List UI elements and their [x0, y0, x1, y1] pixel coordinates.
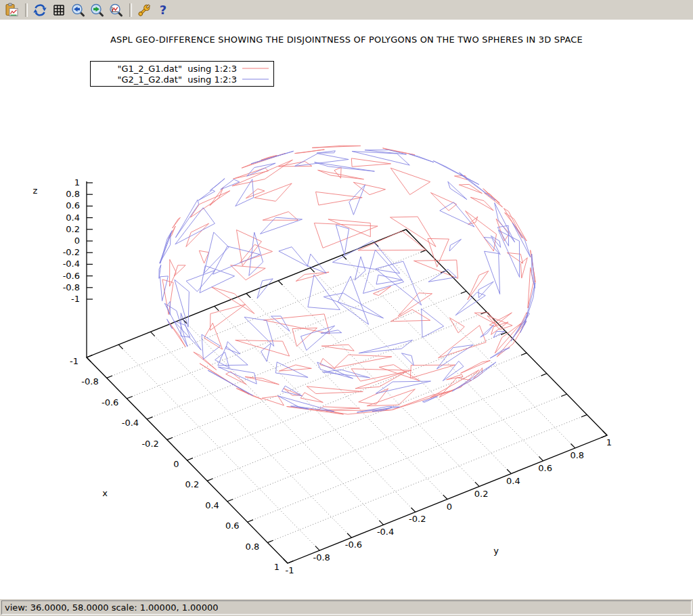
data-polygon: [363, 250, 404, 293]
data-polygon: [390, 168, 430, 194]
y-tick-label: -1: [286, 565, 294, 575]
data-polygon: [174, 265, 185, 276]
help-icon: ?: [156, 3, 171, 18]
zoom-previous-button[interactable]: [69, 1, 87, 19]
data-polygon: [447, 374, 463, 380]
data-polygon: [199, 250, 208, 263]
data-polygon: [439, 378, 472, 397]
x-tick-label: 0.6: [225, 521, 240, 531]
data-polygon: [359, 340, 412, 353]
data-polygon: [466, 211, 497, 252]
data-polygon: [398, 293, 432, 316]
data-polygon: [316, 192, 363, 205]
data-polygon: [422, 309, 444, 337]
data-polygon: [287, 407, 344, 415]
data-polygon: [279, 247, 309, 267]
data-polygon: [231, 265, 266, 280]
x-tick-label: -1: [70, 356, 79, 366]
data-polygon: [218, 367, 256, 384]
y-tick-label: 0.4: [506, 476, 520, 486]
data-polygon: [254, 183, 292, 201]
data-polygon: [245, 377, 279, 384]
copy-plot-button[interactable]: [3, 1, 20, 19]
data-polygon: [175, 280, 189, 327]
grid-icon: [51, 3, 66, 18]
toolbar: ?: [0, 0, 693, 20]
y-tick-label: -0.8: [313, 552, 330, 563]
z-tick-label: 0.2: [66, 224, 80, 234]
data-polygon: [359, 389, 388, 404]
toolbar-separator: [25, 3, 28, 17]
data-polygon: [213, 246, 261, 274]
data-polygon: [173, 217, 181, 228]
data-polygon: [409, 154, 434, 162]
legend-line-sample: [242, 74, 269, 85]
z-tick-label: -1: [71, 294, 80, 304]
data-polygon: [208, 370, 253, 395]
legend: "G1_2_G1.dat" using 1:2:3"G2_1_G2.dat" u…: [90, 61, 274, 87]
data-polygon: [312, 146, 361, 148]
data-polygon: [524, 283, 535, 326]
configure-icon: [137, 3, 152, 18]
x-tick-label: -0.8: [81, 376, 98, 387]
svg-text:?: ?: [160, 3, 166, 17]
data-polygon: [315, 162, 375, 171]
y-tick-label: 0: [447, 502, 452, 512]
data-polygon: [321, 345, 354, 351]
data-polygon: [323, 293, 383, 318]
data-polygon: [505, 213, 527, 241]
toggle-grid-button[interactable]: [50, 1, 68, 19]
x-axis-label: x: [102, 488, 108, 498]
autoscale-icon: [108, 3, 123, 18]
data-polygon: [355, 372, 407, 389]
x-tick-label: 0: [173, 459, 179, 469]
legend-line-sample: [242, 63, 269, 74]
z-tick-label: -0.4: [63, 259, 80, 269]
data-polygon: [160, 233, 171, 263]
x-tick-label: -0.4: [122, 418, 139, 428]
data-polygon: [449, 239, 461, 251]
y-tick-label: 0.6: [538, 463, 552, 473]
data-polygon: [352, 152, 409, 166]
data-polygon: [175, 208, 215, 244]
zoom-next-button[interactable]: [88, 1, 106, 19]
replot-button[interactable]: [31, 1, 49, 19]
data-polygon: [233, 168, 269, 179]
zoom-previous-icon: [70, 3, 85, 18]
data-polygon: [433, 161, 478, 185]
data-polygon: [439, 326, 487, 358]
z-tick-label: -0.6: [63, 271, 80, 281]
gnuplot-window: -1-0.8-0.6-0.4-0.200.20.40.60.81-1-0.8-0…: [0, 0, 693, 616]
y-tick-label: -0.6: [345, 540, 362, 550]
configure-button[interactable]: [135, 1, 153, 19]
copy-plot-icon: [4, 3, 19, 18]
autoscale-button[interactable]: [107, 1, 125, 19]
x-tick-label: -0.6: [102, 397, 118, 408]
z-tick-label: 0.4: [66, 213, 80, 223]
x-tick-label: -0.2: [141, 439, 158, 449]
data-polygon: [497, 225, 508, 246]
data-polygon: [490, 348, 510, 359]
toolbar-separator: [129, 3, 132, 17]
plot-canvas[interactable]: -1-0.8-0.6-0.4-0.200.20.40.60.81-1-0.8-0…: [0, 0, 693, 616]
data-polygon: [307, 254, 326, 273]
replot-icon: [32, 3, 47, 18]
data-polygon: [504, 208, 522, 238]
data-polygon: [232, 160, 292, 186]
data-polygon: [321, 330, 342, 334]
help-button[interactable]: ?: [154, 1, 172, 19]
data-polygon: [401, 353, 413, 366]
data-polygon: [430, 370, 479, 398]
data-polygon: [440, 202, 474, 227]
y-tick-label: 0.8: [570, 450, 584, 460]
data-polygon: [261, 156, 277, 160]
data-polygon: [247, 163, 275, 176]
z-tick-label: 0.6: [66, 200, 80, 211]
legend-entry-label: "G1_2_G1.dat" using 1:2:3: [118, 64, 237, 74]
data-polygon: [249, 232, 263, 276]
z-tick-label: -0.8: [63, 282, 80, 292]
data-polygon: [443, 361, 464, 380]
data-polygon: [473, 368, 483, 380]
data-polygon: [485, 193, 503, 207]
legend-entry-label: "G2_1_G2.dat" using 1:2:3: [118, 74, 237, 85]
